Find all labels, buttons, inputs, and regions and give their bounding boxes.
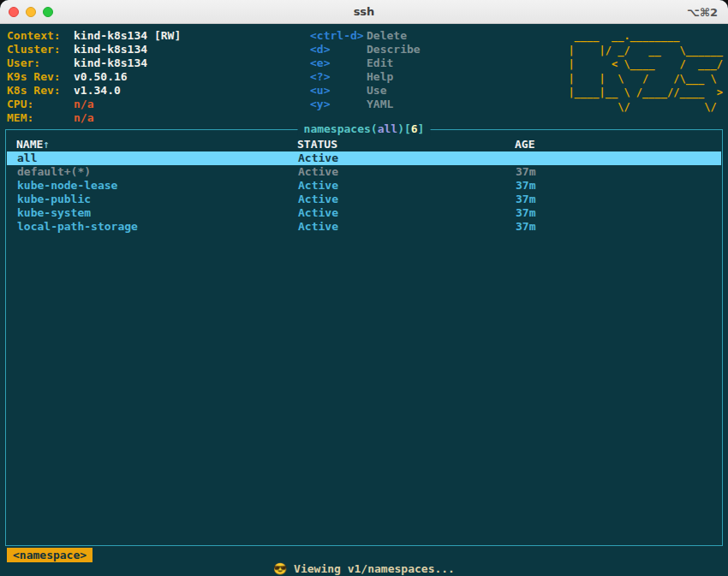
info-row-context: Context: kind-k8s134 [RW] [7, 29, 181, 43]
panel-title-count: 6 [411, 122, 418, 135]
traffic-lights [9, 0, 53, 24]
cell-status: Active [298, 193, 338, 206]
hotkey-action: Edit [367, 56, 393, 70]
panel-title-mid: )[ [397, 122, 411, 135]
cell-name: local-path-storage [17, 220, 138, 234]
cell-age: 37m [516, 206, 535, 220]
logo-line: | | \ / /\___ \ [568, 72, 723, 86]
hotkey-action: Delete [367, 29, 407, 43]
logo-line: | < \____ / ___/ [568, 57, 723, 72]
table-row-kube-node-lease[interactable]: kube-node-lease Active 37m [7, 179, 721, 193]
info-label: K9s Rev: [7, 70, 74, 84]
logo-line: | |/ _/ __ \______ [568, 44, 723, 58]
info-label: Context: [7, 29, 74, 43]
terminal-content: Context: kind-k8s134 [RW] Cluster: kind-… [0, 24, 728, 576]
panel-title-prefix: namespaces( [304, 122, 378, 135]
info-value: kind-k8s134 [74, 43, 147, 56]
table-row-local-path-storage[interactable]: local-path-storage Active 37m [7, 220, 721, 234]
status-text: Viewing v1/namespaces... [287, 562, 455, 575]
info-label: K8s Rev: [7, 84, 74, 98]
cell-age: 37m [516, 193, 535, 206]
panel-title-suffix: ] [418, 122, 425, 135]
hotkey-key: <e> [310, 56, 367, 70]
cell-status: Active [298, 151, 338, 165]
info-label: User: [7, 56, 74, 70]
info-value: kind-k8s134 [74, 56, 147, 70]
hotkey-action: Use [367, 84, 386, 98]
hotkey-action: YAML [367, 98, 393, 111]
window-title: ssh [0, 5, 728, 18]
cell-name: default+(*) [17, 165, 91, 179]
logo-line: ____ __.________ [568, 29, 723, 44]
hotkey-key: <u> [310, 84, 367, 98]
sunglasses-emoji-icon: 😎 [273, 562, 287, 575]
zoom-button[interactable] [43, 7, 53, 17]
hotkey-yaml: <y> YAML [310, 98, 421, 111]
panel-title-scope: all [378, 122, 397, 135]
column-header-name[interactable]: NAME↑ [16, 138, 50, 151]
info-label: MEM: [7, 111, 74, 125]
window-shortcut-badge: ⌥⌘2 [687, 0, 718, 24]
terminal-window: ssh ⌥⌘2 Context: kind-k8s134 [RW] Cluste… [0, 0, 728, 576]
table-row-kube-system[interactable]: kube-system Active 37m [7, 206, 721, 220]
table-header: NAME↑ STATUS AGE [6, 138, 722, 151]
breadcrumb-namespace[interactable]: <namespace> [7, 548, 92, 562]
sort-ascending-icon: ↑ [43, 138, 50, 151]
titlebar: ssh ⌥⌘2 [0, 0, 728, 24]
cell-age: 37m [516, 165, 535, 179]
namespaces-panel: namespaces(all)[6] NAME↑ STATUS AGE all … [5, 129, 723, 546]
logo-line: \/ \/ [568, 100, 723, 115]
table-row-kube-public[interactable]: kube-public Active 37m [7, 193, 721, 206]
logo-line: |____|__ \ /____//____ > [568, 86, 723, 100]
minimize-button[interactable] [26, 7, 36, 17]
cell-status: Active [298, 165, 338, 179]
info-label: CPU: [7, 98, 74, 111]
info-value: v0.50.16 [74, 70, 128, 84]
cell-status: Active [298, 206, 338, 220]
table-row-default[interactable]: default+(*) Active 37m [7, 165, 721, 179]
cell-name: kube-system [17, 206, 91, 220]
cell-status: Active [298, 220, 338, 234]
hotkey-delete: <ctrl-d> Delete [310, 29, 421, 43]
cell-name: all [17, 151, 37, 165]
info-value: v1.34.0 [74, 84, 121, 98]
panel-title: namespaces(all)[6] [298, 122, 431, 136]
cell-name: kube-node-lease [17, 179, 117, 193]
status-line: 😎 Viewing v1/namespaces... [0, 562, 728, 576]
hotkey-describe: <d> Describe [310, 43, 421, 56]
info-row-k8s-rev: K8s Rev: v1.34.0 [7, 84, 181, 98]
info-row-user: User: kind-k8s134 [7, 56, 181, 70]
cell-age: 37m [516, 179, 535, 193]
hotkey-key: <d> [310, 43, 367, 56]
hotkey-edit: <e> Edit [310, 56, 421, 70]
info-value: n/a [74, 111, 93, 125]
hotkey-action: Describe [367, 43, 421, 56]
hotkey-key: <ctrl-d> [310, 29, 367, 43]
k9s-ascii-logo: ____ __.________ | |/ _/ __ \______| < \… [568, 29, 723, 114]
hotkey-menu: <ctrl-d> Delete <d> Describe <e> Edit <?… [310, 29, 421, 111]
close-button[interactable] [9, 7, 19, 17]
column-header-status[interactable]: STATUS [297, 138, 337, 151]
info-row-mem: MEM: n/a [7, 111, 181, 125]
column-header-age[interactable]: AGE [515, 138, 534, 151]
cluster-info: Context: kind-k8s134 [RW] Cluster: kind-… [7, 29, 181, 125]
info-value: kind-k8s134 [RW] [74, 29, 181, 43]
info-label: Cluster: [7, 43, 74, 56]
hotkey-help: <?> Help [310, 70, 421, 84]
info-row-cluster: Cluster: kind-k8s134 [7, 43, 181, 56]
cell-age: 37m [516, 220, 535, 234]
cell-name: kube-public [17, 193, 91, 206]
info-row-cpu: CPU: n/a [7, 98, 181, 111]
info-row-k9s-rev: K9s Rev: v0.50.16 [7, 70, 181, 84]
table-row-all[interactable]: all Active [7, 151, 721, 165]
hotkey-key: <y> [310, 98, 367, 111]
cell-status: Active [298, 179, 338, 193]
hotkey-key: <?> [310, 70, 367, 84]
table-rows: all Active default+(*) Active 37m kube-n… [7, 151, 721, 234]
info-value: n/a [74, 98, 93, 111]
hotkey-use: <u> Use [310, 84, 421, 98]
hotkey-action: Help [367, 70, 393, 84]
